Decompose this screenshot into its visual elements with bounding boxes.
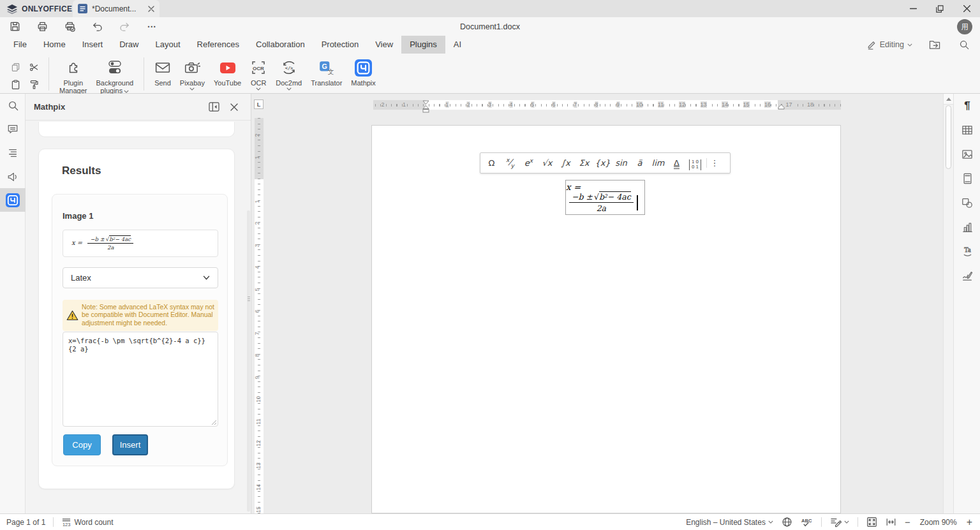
word-count-control[interactable]: 123 Word count <box>61 518 113 527</box>
menu-tab-protection[interactable]: Protection <box>313 36 368 54</box>
menu-tab-draw[interactable]: Draw <box>111 36 147 54</box>
insert-button[interactable]: Insert <box>112 434 148 455</box>
close-panel-button[interactable] <box>226 99 242 115</box>
editing-mode-selector[interactable]: Editing <box>867 40 912 50</box>
panel-scrollbar-thumb[interactable] <box>247 210 250 512</box>
close-window-button[interactable] <box>953 0 980 17</box>
scrollbar-thumb[interactable] <box>946 105 951 169</box>
eq-radical-button[interactable]: √x <box>538 158 556 168</box>
format-painter-button[interactable] <box>27 77 41 91</box>
menu-tab-references[interactable]: References <box>189 36 248 54</box>
eq-script-button[interactable]: ex <box>519 158 538 168</box>
pixabay-button[interactable]: Pixabay <box>175 57 209 91</box>
eq-function-button[interactable]: sin <box>612 158 630 168</box>
eq-fraction-button[interactable]: x⁄y <box>501 157 519 169</box>
vertical-ruler[interactable]: 12345678910111213141521 <box>255 118 264 513</box>
eq-underbar-button[interactable]: Δ <box>667 158 686 168</box>
menu-tab-insert[interactable]: Insert <box>74 36 112 54</box>
latex-code-textarea[interactable]: x=\frac{-b \pm \sqrt{b^{2}-4 a c}}{2 a} <box>63 332 218 427</box>
zoom-out-button[interactable]: − <box>905 517 910 527</box>
menu-tab-home[interactable]: Home <box>35 36 74 54</box>
plugin-manager-button[interactable]: Plugin Manager <box>55 57 91 94</box>
page-indicator[interactable]: Page 1 of 1 <box>6 518 45 527</box>
equation-object[interactable]: x = −b ±√b2− 4ac2a <box>565 180 645 215</box>
tab-stop-selector[interactable]: L <box>254 99 264 109</box>
v-ruler-number: 7 <box>254 332 260 335</box>
dock-panel-button[interactable] <box>206 99 221 115</box>
print-button[interactable] <box>35 20 49 34</box>
user-avatar[interactable]: 用 <box>957 19 972 34</box>
menu-tab-file[interactable]: File <box>5 36 35 54</box>
feedback-button[interactable] <box>0 165 26 188</box>
save-button[interactable] <box>8 20 22 34</box>
tab-close-icon[interactable] <box>148 6 154 12</box>
eq-limit-button[interactable]: lim <box>649 158 667 168</box>
eq-bracket-button[interactable]: {x} <box>593 158 612 168</box>
menu-tab-ai[interactable]: AI <box>445 36 470 54</box>
chart-settings-button[interactable] <box>954 215 980 239</box>
translator-button[interactable]: G 文 Translator <box>306 57 346 87</box>
headers-footers-button[interactable] <box>954 166 980 191</box>
mathpix-panel-button[interactable] <box>0 188 26 212</box>
eq-matrix-button[interactable]: 1 00 1 <box>686 156 704 170</box>
ribbon-plugins: Plugin Manager Background plugins Send P… <box>0 54 980 94</box>
restore-button[interactable] <box>926 0 953 17</box>
spell-checking-button[interactable]: ABC <box>801 517 813 527</box>
eq-accent-button[interactable]: ä <box>630 158 649 168</box>
set-document-language-button[interactable] <box>782 517 792 527</box>
copy-style-button[interactable] <box>8 60 22 74</box>
search-button[interactable] <box>957 38 971 52</box>
redo-button[interactable] <box>117 20 131 34</box>
formula-preview: x = −b ±√b2− 4ac2a <box>63 230 218 257</box>
menu-tab-collaboration[interactable]: Collaboration <box>248 36 313 54</box>
scroll-up-button[interactable] <box>944 94 953 105</box>
undo-button[interactable] <box>90 20 104 34</box>
indent-marker[interactable] <box>422 100 429 114</box>
paste-button[interactable] <box>8 77 22 91</box>
text-art-settings-button[interactable]: Ta <box>954 239 980 263</box>
more-actions-button[interactable]: ··· <box>145 20 159 34</box>
background-plugins-button[interactable]: Background plugins <box>91 57 138 94</box>
ocr-button[interactable]: OCR OCR <box>246 57 271 91</box>
image-settings-button[interactable] <box>954 142 980 166</box>
paragraph-settings-button[interactable]: ¶ <box>954 94 980 118</box>
open-file-location-button[interactable] <box>928 38 942 52</box>
signature-settings-button[interactable] <box>954 263 980 288</box>
table-settings-button[interactable] <box>954 118 980 142</box>
zoom-in-button[interactable]: + <box>967 517 972 528</box>
resize-grip-icon[interactable] <box>211 420 217 425</box>
v-ruler-number: 13 <box>255 462 262 468</box>
document-tab-icon <box>78 4 87 13</box>
latex-compatibility-note: Note: Some advanced LaTeX syntax may not… <box>63 300 218 331</box>
eq-large-operator-button[interactable]: Σx <box>575 158 593 168</box>
cut-button[interactable] <box>27 60 41 74</box>
zoom-level[interactable]: Zoom 90% <box>919 518 958 527</box>
copy-button[interactable]: Copy <box>63 434 101 455</box>
eq-more-button[interactable]: ⋮ <box>706 158 722 168</box>
youtube-button[interactable]: YouTube <box>209 57 246 87</box>
comments-button[interactable] <box>0 117 26 141</box>
eq-symbol-button[interactable]: Ω <box>482 158 501 168</box>
fit-width-button[interactable] <box>886 517 896 527</box>
quick-print-button[interactable] <box>63 20 77 34</box>
eq-integral-button[interactable]: ∫x <box>556 158 575 168</box>
document-scrollbar[interactable] <box>943 94 953 513</box>
shape-settings-button[interactable] <box>954 191 980 215</box>
find-button[interactable] <box>0 94 26 117</box>
minimize-button[interactable] <box>900 0 926 17</box>
track-changes-button[interactable] <box>830 517 849 527</box>
right-indent-marker[interactable] <box>778 104 785 110</box>
doc2md-button[interactable]: </> Doc2md <box>271 57 306 91</box>
format-select[interactable]: Latex <box>63 267 218 288</box>
send-button[interactable]: Send <box>150 57 175 87</box>
mathpix-plugin-button[interactable]: Mathpix <box>346 57 380 87</box>
document-tab[interactable]: *Document... <box>73 0 160 17</box>
navigation-button[interactable] <box>0 141 26 165</box>
language-selector[interactable]: English – United States <box>686 518 773 527</box>
menu-tab-plugins[interactable]: Plugins <box>401 36 445 54</box>
menu-tab-layout[interactable]: Layout <box>147 36 189 54</box>
fit-page-button[interactable] <box>866 517 877 527</box>
panel-resize-grip[interactable] <box>246 293 251 304</box>
horizontal-ruler[interactable]: 12345678910111213141516171821 <box>373 100 841 110</box>
menu-tab-view[interactable]: View <box>367 36 401 54</box>
